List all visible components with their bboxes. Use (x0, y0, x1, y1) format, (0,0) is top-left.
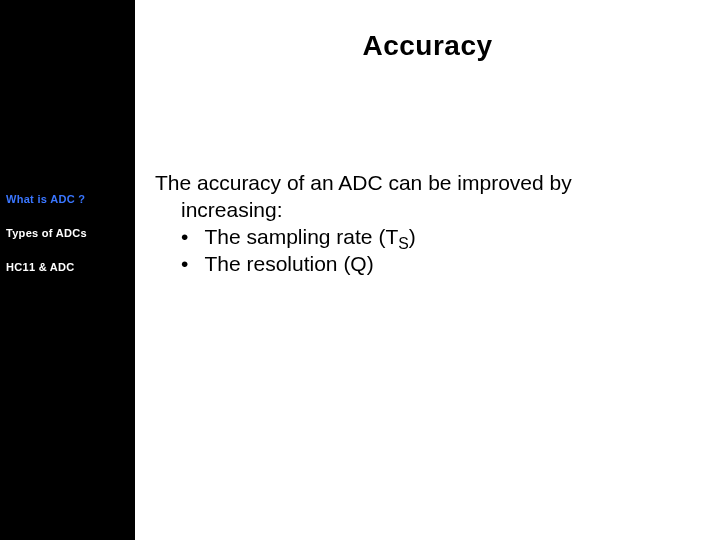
intro-line-2: increasing: (155, 197, 700, 224)
slide-body: The accuracy of an ADC can be improved b… (155, 170, 700, 278)
bullet-list: The sampling rate (TS) The resolution (Q… (155, 224, 700, 278)
nav-item-types-of-adcs[interactable]: Types of ADCs (6, 227, 131, 239)
nav-item-label: Types of ADCs (6, 227, 87, 239)
nav-item-label: What is ADC ? (6, 193, 85, 205)
nav-list: What is ADC ? Types of ADCs HC11 & ADC (6, 193, 131, 295)
intro-text: The accuracy of an ADC can be improved b… (155, 170, 700, 224)
nav-item-what-is-adc[interactable]: What is ADC ? (6, 193, 131, 205)
nav-item-hc11-adc[interactable]: HC11 & ADC (6, 261, 131, 273)
bullet-text: The sampling rate (T (204, 225, 398, 248)
nav-item-label: HC11 & ADC (6, 261, 75, 273)
bullet-text-suffix: ) (409, 225, 416, 248)
slide: Accuracy The accuracy of an ADC can be i… (0, 0, 720, 540)
bullet-subscript: S (398, 235, 409, 252)
bullet-item: The sampling rate (TS) (181, 224, 700, 251)
bullet-text: The resolution (Q) (204, 252, 373, 275)
bullet-item: The resolution (Q) (181, 251, 700, 278)
intro-line-1: The accuracy of an ADC can be improved b… (155, 171, 572, 194)
slide-title: Accuracy (135, 30, 720, 62)
content-area: Accuracy The accuracy of an ADC can be i… (135, 0, 720, 540)
sidebar: What is ADC ? Types of ADCs HC11 & ADC (0, 0, 135, 540)
